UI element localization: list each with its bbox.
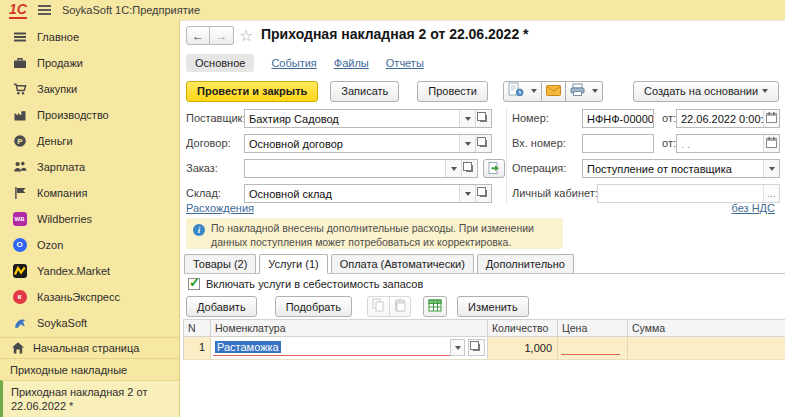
open-item-button[interactable] [468,339,485,356]
include-services-checkbox[interactable]: ✓ [188,278,200,290]
date-label: от: [662,112,676,124]
calendar-icon [766,137,777,150]
favorite-star-icon[interactable]: ☆ [239,26,253,45]
sidebar-item-soykasoft[interactable]: SoykaSoft [0,310,179,336]
sidebar-item-company[interactable]: Компания [0,180,179,206]
nomenclature-editor[interactable]: Растаможка [213,339,450,356]
create-order-button[interactable] [483,159,505,178]
open-link-icon [466,165,473,172]
open-window-active-item[interactable]: Приходная накладная 2 от 22.06.2022 * [0,380,179,417]
sidebar-item-label: Компания [37,187,87,199]
column-header-price[interactable]: Цена [558,320,628,336]
table-settings-button[interactable] [423,296,447,317]
open-item-button[interactable] [475,185,491,202]
sidebar-item-main[interactable]: Главное [0,24,179,50]
sidebar-item-wildberries[interactable]: WB Wildberries [0,206,179,232]
dropdown-button[interactable] [459,135,475,152]
ellipsis-button[interactable]: ... [763,185,779,202]
contract-field[interactable]: Основной договор [244,134,492,153]
incoming-date-field[interactable]: . . [676,134,780,153]
tab-payment[interactable]: Оплата (Автоматически) [331,254,474,273]
copy-rows-button[interactable] [367,296,390,317]
tab-additional[interactable]: Дополнительно [477,254,574,273]
sidebar-item-production[interactable]: Производство [0,102,179,128]
back-button[interactable]: ← [186,26,210,45]
sidebar-item-yandex-market[interactable]: Yandex.Market [0,258,179,284]
supplier-label: Поставщик: [186,112,245,124]
sidebar-item-label: Зарплата [37,161,85,173]
create-based-on-button[interactable]: Создать на основании [633,81,779,102]
save-button[interactable]: Записать [330,81,399,102]
send-email-button[interactable] [542,81,566,102]
tab-main[interactable]: Основное [186,54,254,72]
info-banner: i По накладной внесены дополнительные ра… [186,218,563,249]
sidebar-item-purchases[interactable]: Закупки [0,76,179,102]
vat-link[interactable]: без НДС [732,202,776,214]
sidebar-item-money[interactable]: P Деньги [0,128,179,154]
print-button[interactable] [566,81,603,102]
dropdown-button[interactable] [459,185,475,202]
chevron-down-icon [465,192,471,196]
dropdown-button[interactable] [459,110,475,127]
incoming-number-field[interactable] [582,134,654,153]
add-row-button[interactable]: Добавить [186,296,257,317]
pick-items-button[interactable]: Подобрать [275,296,352,317]
supplier-field[interactable]: Бахтияр Садовод [244,109,492,128]
number-field[interactable]: НФНФ-000002 [582,109,654,128]
post-button[interactable]: Провести [417,81,488,102]
dropdown-button[interactable] [445,160,461,177]
column-header-n[interactable]: N [184,320,211,336]
main-menu-icon[interactable] [38,5,51,15]
people-icon [12,160,27,175]
tab-reports[interactable]: Отчеты [386,57,424,69]
kazanexpress-icon: к [12,290,27,305]
include-services-label: Включать услуги в себестоимость запасов [206,278,423,290]
printer-icon [570,82,585,100]
column-header-quantity[interactable]: Количество [488,320,558,336]
tab-services[interactable]: Услуги (1) [259,254,327,274]
history-nav: ← → [186,26,234,45]
sidebar-item-sales[interactable]: Продажи [0,50,179,76]
envelope-icon [546,82,561,100]
open-item-button[interactable] [475,110,491,127]
sidebar-item-label: SoykaSoft [37,317,87,329]
sidebar-item-ozon[interactable]: O Ozon [0,232,179,258]
sidebar-item-salary[interactable]: Зарплата [0,154,179,180]
1c-logo-icon: 1С [9,2,27,19]
cell-quantity[interactable]: 1,000 [488,337,558,359]
personal-cabinet-field[interactable]: ... [597,184,780,203]
posting-journal-button[interactable] [503,81,542,102]
toolbar-icon-group [503,81,603,102]
incoming-number-label: Вх. номер: [512,137,566,149]
calendar-button[interactable] [763,110,779,127]
column-header-nomenclature[interactable]: Номенклатура [211,320,488,336]
dropdown-button[interactable] [450,339,465,356]
paste-rows-button[interactable] [390,296,411,317]
order-label: Заказ: [186,162,218,174]
warehouse-field[interactable]: Основной склад [244,184,492,203]
sidebar-item-kazanexpress[interactable]: к КазаньЭкспресс [0,284,179,310]
cell-sum[interactable] [628,337,785,359]
dropdown-button[interactable] [763,160,779,177]
calendar-button[interactable] [763,135,779,152]
tab-goods[interactable]: Товары (2) [184,254,256,273]
cell-price[interactable] [558,337,628,359]
open-item-button[interactable] [475,135,491,152]
operation-field[interactable]: Поступление от поставщика [582,159,780,178]
discrepancies-link[interactable]: Расхождения [186,202,254,214]
date-field[interactable]: 22.06.2022 0:00:00 [676,109,780,128]
edit-row-button[interactable]: Изменить [457,296,529,317]
order-field[interactable] [244,159,478,178]
tab-events[interactable]: События [271,57,316,69]
cell-row-number[interactable]: 1 [184,337,211,359]
cell-nomenclature[interactable]: Растаможка [211,337,488,359]
sidebar-item-home[interactable]: Начальная страница [0,337,179,358]
forward-button[interactable]: → [210,26,234,45]
column-header-sum[interactable]: Сумма [628,320,785,336]
sidebar-item-label: Wildberries [37,213,92,225]
open-item-button[interactable] [461,160,477,177]
document-toolbar: Провести и закрыть Записать Провести Соз… [186,80,785,102]
post-and-close-button[interactable]: Провести и закрыть [186,81,318,102]
tab-files[interactable]: Файлы [334,57,369,69]
open-window-list-item[interactable]: Приходные накладные [0,358,179,380]
